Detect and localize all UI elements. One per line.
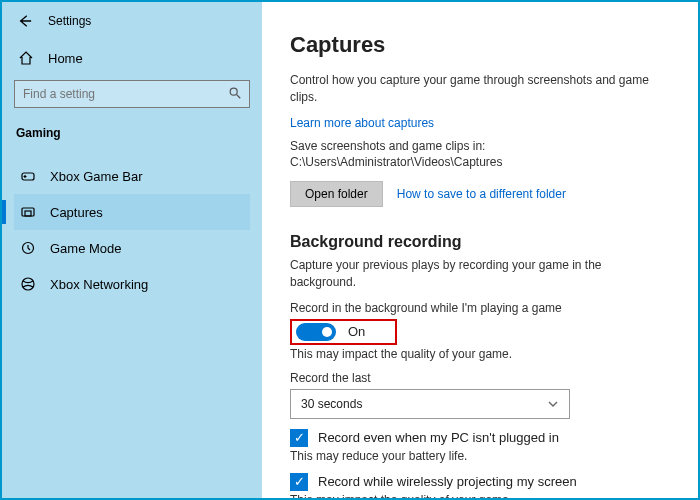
sidebar-item-label: Xbox Game Bar [50,169,143,184]
page-title: Captures [290,32,670,58]
check-plugged-in-hint: This may reduce your battery life. [290,449,670,463]
svg-rect-2 [22,208,34,216]
svg-rect-3 [25,211,31,216]
toggle-state-label: On [348,324,365,339]
check-wireless-projecting[interactable]: ✓ [290,473,308,491]
search-field[interactable] [14,80,250,108]
highlight-box: On [290,319,397,345]
how-save-link[interactable]: How to save to a different folder [397,187,566,201]
save-path-value: C:\Users\Administrator\Videos\Captures [290,155,503,169]
chevron-down-icon [547,398,559,410]
sidebar-item-xbox-networking[interactable]: Xbox Networking [14,266,250,302]
sidebar-item-captures[interactable]: Captures [14,194,250,230]
save-path-prefix: Save screenshots and game clips in: [290,139,485,153]
check-plugged-in[interactable]: ✓ [290,429,308,447]
check-wireless-projecting-hint: This may impact the quality of your game… [290,493,670,498]
sidebar-item-game-mode[interactable]: Game Mode [14,230,250,266]
search-input[interactable] [14,80,250,108]
game-bar-icon [20,168,36,184]
home-icon [18,50,34,66]
sidebar: Settings Home Gaming Xbox Game Bar Cap [2,2,262,498]
open-folder-button[interactable]: Open folder [290,181,383,207]
game-mode-icon [20,240,36,256]
sidebar-item-label: Captures [50,205,103,220]
bg-record-toggle[interactable] [296,323,336,341]
content-pane: Captures Control how you capture your ga… [262,2,698,498]
record-last-value: 30 seconds [301,397,362,411]
bg-toggle-hint: This may impact the quality of your game… [290,347,670,361]
sidebar-category: Gaming [14,122,250,158]
bg-recording-heading: Background recording [290,233,670,251]
record-last-label: Record the last [290,371,670,385]
svg-point-5 [22,278,34,290]
check-wireless-projecting-label: Record while wirelessly projecting my sc… [318,474,577,489]
sidebar-home[interactable]: Home [14,44,250,72]
check-plugged-in-label: Record even when my PC isn't plugged in [318,430,559,445]
save-path-row: Save screenshots and game clips in: C:\U… [290,138,670,172]
sidebar-item-label: Game Mode [50,241,122,256]
window-title: Settings [48,14,91,28]
bg-toggle-label: Record in the background while I'm playi… [290,301,670,315]
captures-icon [20,204,36,220]
sidebar-item-xbox-game-bar[interactable]: Xbox Game Bar [14,158,250,194]
sidebar-item-label: Xbox Networking [50,277,148,292]
page-description: Control how you capture your game throug… [290,72,670,106]
back-icon[interactable] [18,14,32,28]
svg-point-0 [230,88,237,95]
record-last-select[interactable]: 30 seconds [290,389,570,419]
search-icon [228,86,242,100]
bg-recording-desc: Capture your previous plays by recording… [290,257,670,291]
learn-more-link[interactable]: Learn more about captures [290,116,670,130]
xbox-networking-icon [20,276,36,292]
home-label: Home [48,51,83,66]
